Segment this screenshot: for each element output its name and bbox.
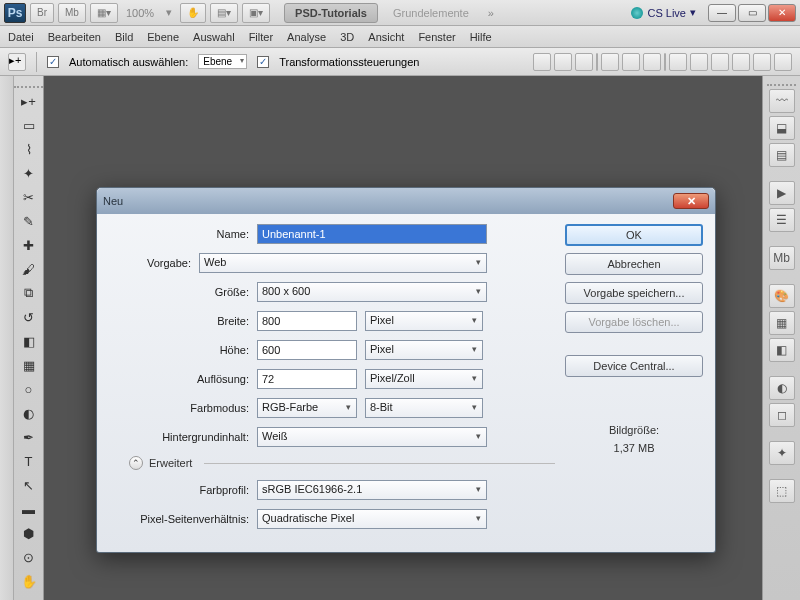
distribute-icon[interactable] <box>732 53 750 71</box>
menu-fenster[interactable]: Fenster <box>418 31 455 43</box>
menu-ebene[interactable]: Ebene <box>147 31 179 43</box>
menu-auswahl[interactable]: Auswahl <box>193 31 235 43</box>
distribute-icon[interactable] <box>669 53 687 71</box>
hand-tool-icon[interactable]: ✋ <box>17 570 41 592</box>
path-tool-icon[interactable]: ↖ <box>17 474 41 496</box>
color-panel-icon[interactable]: 🎨 <box>769 284 795 308</box>
dialog-titlebar[interactable]: Neu ✕ <box>97 188 715 214</box>
healing-tool-icon[interactable]: ✚ <box>17 234 41 256</box>
preset-dropdown[interactable]: Web <box>199 253 487 273</box>
minibridge-panel-icon[interactable]: Mb <box>769 246 795 270</box>
menu-ansicht[interactable]: Ansicht <box>368 31 404 43</box>
align-icon[interactable] <box>554 53 572 71</box>
marquee-tool-icon[interactable]: ▭ <box>17 114 41 136</box>
layers-panel-icon[interactable]: ▤ <box>769 143 795 167</box>
size-dropdown[interactable]: 800 x 600 <box>257 282 487 302</box>
masks-panel-icon[interactable]: ◻ <box>769 403 795 427</box>
distribute-icon[interactable] <box>711 53 729 71</box>
3d-tool-icon[interactable]: ⬢ <box>17 522 41 544</box>
ok-button[interactable]: OK <box>565 224 703 246</box>
gradient-tool-icon[interactable]: ▦ <box>17 354 41 376</box>
workspace-tab-active[interactable]: PSD-Tutorials <box>284 3 378 23</box>
align-icon[interactable] <box>533 53 551 71</box>
align-icon[interactable] <box>622 53 640 71</box>
hand-tool-icon[interactable]: ✋ <box>180 3 206 23</box>
blur-tool-icon[interactable]: ○ <box>17 378 41 400</box>
name-input[interactable] <box>257 224 487 244</box>
menu-bearbeiten[interactable]: Bearbeiten <box>48 31 101 43</box>
distribute-icon[interactable] <box>774 53 792 71</box>
resolution-unit-dropdown[interactable]: Pixel/Zoll <box>365 369 483 389</box>
menu-hilfe[interactable]: Hilfe <box>470 31 492 43</box>
workspace-tab[interactable]: Grundelemente <box>382 3 480 23</box>
menu-filter[interactable]: Filter <box>249 31 273 43</box>
pen-tool-icon[interactable]: ✒ <box>17 426 41 448</box>
transform-controls-checkbox[interactable]: ✓ <box>257 56 269 68</box>
pixelaspect-dropdown[interactable]: Quadratische Pixel <box>257 509 487 529</box>
resolution-input[interactable] <box>257 369 357 389</box>
width-input[interactable] <box>257 311 357 331</box>
history-brush-icon[interactable]: ↺ <box>17 306 41 328</box>
cslive-button[interactable]: CS Live ▾ <box>631 6 696 19</box>
adjustments2-panel-icon[interactable]: ◐ <box>769 376 795 400</box>
zoom-level[interactable]: 100% <box>122 7 158 19</box>
adjustments-panel-icon[interactable]: ⬓ <box>769 116 795 140</box>
distribute-icon[interactable] <box>690 53 708 71</box>
zoom-dropdown-icon[interactable]: ▾ <box>162 6 176 19</box>
menu-3d[interactable]: 3D <box>340 31 354 43</box>
eraser-tool-icon[interactable]: ◧ <box>17 330 41 352</box>
bgcontent-dropdown[interactable]: Weiß <box>257 427 487 447</box>
close-button[interactable]: ✕ <box>768 4 796 22</box>
distribute-icon[interactable] <box>753 53 771 71</box>
wand-tool-icon[interactable]: ✦ <box>17 162 41 184</box>
device-central-button[interactable]: Device Central... <box>565 355 703 377</box>
minimize-button[interactable]: — <box>708 4 736 22</box>
move-tool-preset-icon[interactable]: ▸+ <box>8 53 26 71</box>
view-extras-icon[interactable]: ▦▾ <box>90 3 118 23</box>
curves-panel-icon[interactable]: 〰 <box>769 89 795 113</box>
menu-bild[interactable]: Bild <box>115 31 133 43</box>
history-panel-icon[interactable]: ☰ <box>769 208 795 232</box>
colormode-dropdown[interactable]: RGB-Farbe <box>257 398 357 418</box>
width-unit-dropdown[interactable]: Pixel <box>365 311 483 331</box>
move-tool-icon[interactable]: ▸+ <box>17 90 41 112</box>
arrange-docs-icon[interactable]: ▤▾ <box>210 3 238 23</box>
height-unit-dropdown[interactable]: Pixel <box>365 340 483 360</box>
height-input[interactable] <box>257 340 357 360</box>
advanced-toggle[interactable]: ⌃ Erweitert <box>129 456 555 470</box>
menu-analyse[interactable]: Analyse <box>287 31 326 43</box>
dodge-tool-icon[interactable]: ◐ <box>17 402 41 424</box>
panel-grip[interactable] <box>14 80 43 88</box>
menu-datei[interactable]: Datei <box>8 31 34 43</box>
panel-grip[interactable] <box>767 80 797 86</box>
dialog-close-button[interactable]: ✕ <box>673 193 709 209</box>
eyedropper-tool-icon[interactable]: ✎ <box>17 210 41 232</box>
brush-tool-icon[interactable]: 🖌 <box>17 258 41 280</box>
minibridge-icon[interactable]: Mb <box>58 3 86 23</box>
screenmode-icon[interactable]: ▣▾ <box>242 3 270 23</box>
stamp-tool-icon[interactable]: ⧉ <box>17 282 41 304</box>
more-tabs-icon[interactable]: » <box>484 7 498 19</box>
bridge-icon[interactable]: Br <box>30 3 54 23</box>
shape-tool-icon[interactable]: ▬ <box>17 498 41 520</box>
cancel-button[interactable]: Abbrechen <box>565 253 703 275</box>
save-preset-button[interactable]: Vorgabe speichern... <box>565 282 703 304</box>
align-icon[interactable] <box>601 53 619 71</box>
left-panel-strip[interactable] <box>0 76 14 600</box>
maximize-button[interactable]: ▭ <box>738 4 766 22</box>
auto-select-checkbox[interactable]: ✓ <box>47 56 59 68</box>
align-icon[interactable] <box>575 53 593 71</box>
bitdepth-dropdown[interactable]: 8-Bit <box>365 398 483 418</box>
lasso-tool-icon[interactable]: ⌇ <box>17 138 41 160</box>
navigator-panel-icon[interactable]: ▶ <box>769 181 795 205</box>
swatches-panel-icon[interactable]: ▦ <box>769 311 795 335</box>
character-panel-icon[interactable]: ✦ <box>769 441 795 465</box>
type-tool-icon[interactable]: T <box>17 450 41 472</box>
colorprofile-dropdown[interactable]: sRGB IEC61966-2.1 <box>257 480 487 500</box>
align-icon[interactable] <box>643 53 661 71</box>
auto-select-dropdown[interactable]: Ebene <box>198 54 247 69</box>
styles-panel-icon[interactable]: ◧ <box>769 338 795 362</box>
crop-tool-icon[interactable]: ✂ <box>17 186 41 208</box>
3d-camera-icon[interactable]: ⊙ <box>17 546 41 568</box>
info-panel-icon[interactable]: ⬚ <box>769 479 795 503</box>
